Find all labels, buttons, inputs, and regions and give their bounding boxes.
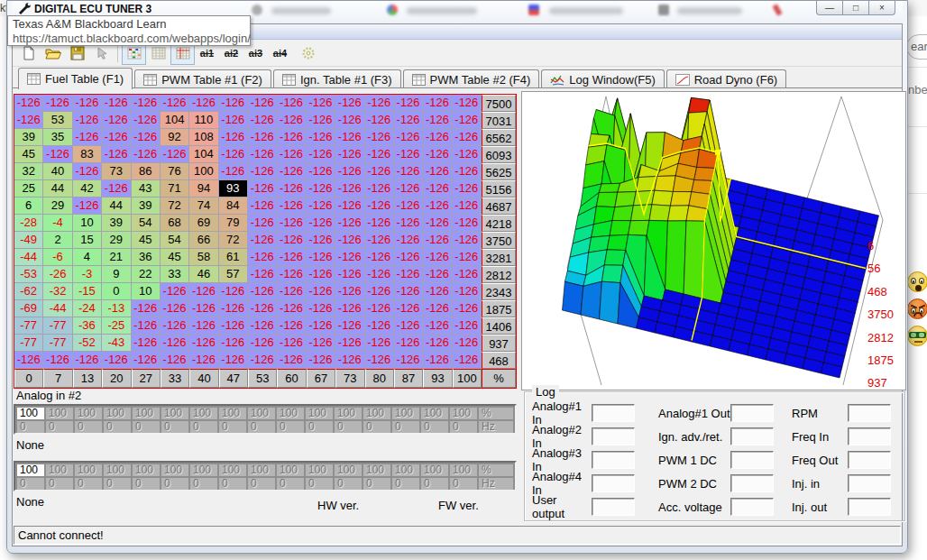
fuel-cell-r12-c11[interactable]: -126 — [335, 300, 364, 317]
fuel-cell-r14-c7[interactable]: -126 — [219, 335, 248, 352]
fuel-cell-r13-c4[interactable]: -126 — [132, 317, 161, 335]
fuel-cell-r15-c11[interactable]: -126 — [335, 352, 364, 369]
fuel-cell-r2-c6[interactable]: 108 — [189, 129, 218, 146]
fuel-cell-r0-c13[interactable]: -126 — [394, 95, 423, 112]
fuel-cell-r1-c10[interactable]: -126 — [307, 112, 335, 129]
fuel-cell-r0-c11[interactable]: -126 — [335, 95, 364, 112]
fuel-cell-r4-c6[interactable]: 100 — [189, 163, 218, 180]
fuel-cell-r3-c8[interactable]: -126 — [248, 146, 277, 163]
fuel-cell-r0-c8[interactable]: -126 — [248, 95, 277, 112]
fuel-cell-r11-c9[interactable]: -126 — [277, 283, 306, 300]
fuel-cell-r9-c9[interactable]: -126 — [277, 249, 306, 266]
fuel-cell-r14-c0[interactable]: -77 — [14, 335, 43, 352]
fuel-cell-r2-c10[interactable]: -126 — [307, 129, 335, 146]
fuel-cell-r9-c5[interactable]: 45 — [161, 249, 189, 266]
fuel-cell-r12-c7[interactable]: -126 — [219, 300, 248, 317]
fuel-cell-r10-c12[interactable]: -126 — [365, 266, 394, 283]
browser-search-box-fragment[interactable]: earch — [906, 34, 927, 60]
fuel-cell-r0-c3[interactable]: -126 — [102, 95, 131, 112]
fuel-cell-r1-c14[interactable]: -126 — [423, 112, 452, 129]
fuel-cell-r4-c1[interactable]: 40 — [43, 163, 72, 180]
fuel-cell-r1-c3[interactable]: -126 — [102, 112, 131, 129]
fuel-cell-r15-c3[interactable]: -126 — [102, 352, 131, 369]
fuel-cell-r7-c3[interactable]: 39 — [102, 215, 131, 232]
maximize-button[interactable]: □ — [842, 1, 869, 15]
fuel-cell-r14-c8[interactable]: -126 — [248, 335, 277, 352]
fuel-cell-r3-c9[interactable]: -126 — [277, 146, 306, 163]
fuel-cell-r15-c4[interactable]: -126 — [132, 352, 161, 369]
fuel-cell-r2-c5[interactable]: 92 — [161, 129, 189, 146]
fuel-cell-r12-c15[interactable]: -126 — [453, 300, 482, 317]
fuel-cell-r15-c7[interactable]: -126 — [219, 352, 248, 369]
fuel-cell-r6-c11[interactable]: -126 — [335, 197, 364, 215]
fuel-cell-r7-c7[interactable]: 79 — [219, 215, 248, 232]
fuel-cell-r13-c6[interactable]: -126 — [189, 317, 218, 335]
fuel-cell-r15-c5[interactable]: -126 — [161, 352, 189, 369]
fuel-cell-r15-c2[interactable]: -126 — [73, 352, 102, 369]
fuel-cell-r9-c1[interactable]: -6 — [43, 249, 72, 266]
fuel-cell-r13-c1[interactable]: -77 — [43, 317, 72, 335]
fuel-cell-r7-c15[interactable]: -126 — [453, 215, 482, 232]
fuel-cell-r11-c0[interactable]: -62 — [14, 283, 43, 300]
fuel-cell-r14-c15[interactable]: -126 — [453, 335, 482, 352]
fuel-cell-r7-c11[interactable]: -126 — [335, 215, 364, 232]
fuel-cell-r9-c4[interactable]: 36 — [132, 249, 161, 266]
tab-log-window-f5[interactable]: Log Window(F5) — [541, 69, 664, 88]
fuel-cell-r9-c13[interactable]: -126 — [394, 249, 423, 266]
fuel-cell-r1-c4[interactable]: -126 — [132, 112, 161, 129]
fuel-cell-r7-c2[interactable]: 10 — [73, 215, 102, 232]
fuel-cell-r4-c4[interactable]: 86 — [132, 163, 161, 180]
fuel-cell-r0-c1[interactable]: -126 — [43, 95, 72, 112]
fuel-cell-r10-c8[interactable]: -126 — [248, 266, 277, 283]
fuel-cell-r2-c9[interactable]: -126 — [277, 129, 306, 146]
fuel-cell-r3-c15[interactable]: -126 — [453, 146, 482, 163]
fuel-cell-r11-c2[interactable]: -15 — [73, 283, 102, 300]
fuel-cell-r8-c3[interactable]: 29 — [102, 232, 131, 249]
fuel-cell-r8-c10[interactable]: -126 — [307, 232, 335, 249]
fuel-cell-r6-c3[interactable]: 44 — [102, 197, 131, 215]
fuel-cell-r7-c1[interactable]: -4 — [43, 215, 72, 232]
fuel-cell-r8-c11[interactable]: -126 — [335, 232, 364, 249]
fuel-cell-r10-c1[interactable]: -26 — [43, 266, 72, 283]
fuel-cell-r8-c14[interactable]: -126 — [423, 232, 452, 249]
fuel-cell-r14-c5[interactable]: -126 — [161, 335, 189, 352]
fuel-cell-r4-c12[interactable]: -126 — [365, 163, 394, 180]
fuel-cell-r13-c14[interactable]: -126 — [423, 317, 452, 335]
analog-percent-cell[interactable]: 100 — [17, 464, 44, 476]
fuel-cell-r4-c9[interactable]: -126 — [277, 163, 306, 180]
fuel-cell-r2-c7[interactable]: -126 — [219, 129, 248, 146]
fuel-cell-r11-c14[interactable]: -126 — [423, 283, 452, 300]
fuel-cell-r7-c14[interactable]: -126 — [423, 215, 452, 232]
fuel-cell-r1-c6[interactable]: 110 — [189, 112, 218, 129]
fuel-cell-r5-c1[interactable]: 44 — [43, 180, 72, 197]
fuel-cell-r3-c7[interactable]: -126 — [219, 146, 248, 163]
fuel-cell-r6-c6[interactable]: 74 — [189, 197, 218, 215]
fuel-cell-r0-c4[interactable]: -126 — [132, 95, 161, 112]
fuel-cell-r7-c4[interactable]: 54 — [132, 215, 161, 232]
tab-fuel-table-f1[interactable]: Fuel Table (F1) — [18, 68, 133, 89]
fuel-cell-r14-c11[interactable]: -126 — [335, 335, 364, 352]
fuel-cell-r8-c1[interactable]: 2 — [43, 232, 72, 249]
fuel-cell-r11-c1[interactable]: -32 — [43, 283, 72, 300]
tab-pwm-table-2-f4[interactable]: PWM Table #2 (F4) — [403, 69, 540, 88]
fuel-cell-r15-c1[interactable]: -126 — [43, 352, 72, 369]
fuel-cell-r12-c3[interactable]: -13 — [102, 300, 131, 317]
fuel-cell-r4-c15[interactable]: -126 — [453, 163, 482, 180]
fuel-cell-r5-c6[interactable]: 94 — [189, 180, 218, 197]
fuel-cell-r12-c8[interactable]: -126 — [248, 300, 277, 317]
fuel-cell-r13-c10[interactable]: -126 — [307, 317, 335, 335]
fuel-cell-r14-c1[interactable]: -77 — [43, 335, 72, 352]
fuel-cell-r2-c12[interactable]: -126 — [365, 129, 394, 146]
fuel-cell-r8-c8[interactable]: -126 — [248, 232, 277, 249]
fuel-cell-r7-c13[interactable]: -126 — [394, 215, 423, 232]
fuel-cell-r9-c14[interactable]: -126 — [423, 249, 452, 266]
fuel-cell-r6-c14[interactable]: -126 — [423, 197, 452, 215]
fuel-cell-r7-c10[interactable]: -126 — [307, 215, 335, 232]
fuel-cell-r2-c8[interactable]: -126 — [248, 129, 277, 146]
fuel-cell-r6-c10[interactable]: -126 — [307, 197, 335, 215]
fuel-cell-r9-c8[interactable]: -126 — [248, 249, 277, 266]
fuel-cell-r2-c11[interactable]: -126 — [335, 129, 364, 146]
fuel-cell-r2-c2[interactable]: -126 — [73, 129, 102, 146]
fuel-cell-r5-c11[interactable]: -126 — [335, 180, 364, 197]
fuel-cell-r5-c4[interactable]: 43 — [132, 180, 161, 197]
